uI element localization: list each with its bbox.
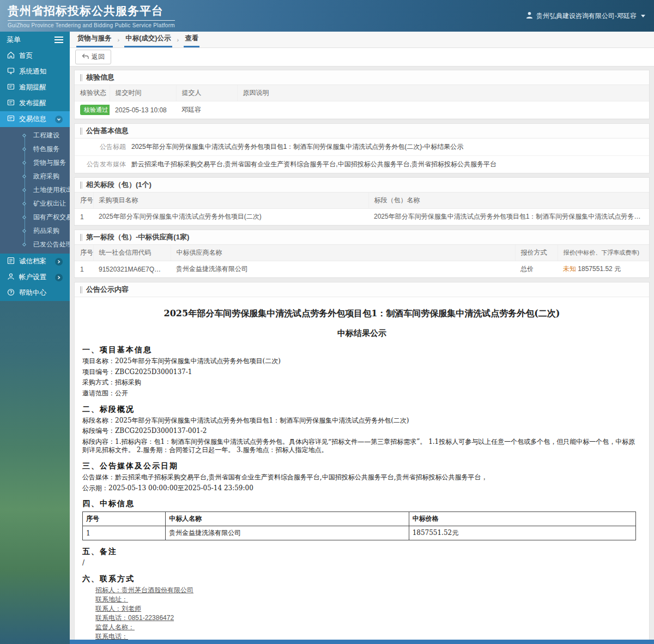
sidebar-background-image — [0, 301, 70, 644]
breadcrumb-view[interactable]: 查看 — [184, 31, 199, 47]
panel-area: 核验信息 核验状态 提交时间 提交人 原因说明 核验通过 — [70, 67, 654, 644]
table-row: 核验通过 2025-05-13 10:08 邓廷容 — [75, 101, 649, 119]
sidebar-item-overdue-reminder[interactable]: 逾期提醒 — [0, 80, 70, 95]
sidebar-item-home[interactable]: 首页 — [0, 48, 70, 64]
price-prefix: 未知 — [563, 265, 576, 273]
sidebar-item-label: 交易信息 — [19, 115, 46, 124]
field-label: 公告发布媒体 — [75, 156, 130, 173]
back-icon — [82, 53, 89, 61]
diamond-bullet-icon — [22, 174, 26, 178]
sidebar-submenu: 工程建设 特色服务 货物与服务 政府采购 土地使用权出让 矿业权出让 国有产权交… — [0, 127, 70, 254]
table-row: 1 贵州金益捷洗涤有限公司 1857551.52元 — [83, 526, 636, 540]
diamond-bullet-icon — [22, 147, 26, 151]
tenderer-phone-line: 联系电话：0851-22386472 — [95, 614, 641, 622]
invite-scope-line: 邀请范围：公开 — [82, 389, 641, 398]
doc-section-2-heading: 二、标段概况 — [82, 405, 641, 414]
doc-section-5-heading: 五、备注 — [82, 547, 641, 557]
sidebar-item-drug-procurement[interactable]: 药品采购 — [0, 224, 70, 238]
sidebar-item-label: 发布提醒 — [19, 99, 46, 108]
back-button[interactable]: 返回 — [75, 50, 111, 64]
announcement-document: 2025年部分车间劳保服集中清洗试点劳务外包项目包1：制酒车间劳保服集中清洗试点… — [75, 297, 649, 640]
table-row: 1 2025年部分车间劳保服集中清洗试点劳务外包项目(二次) 2025年部分车间… — [75, 209, 649, 225]
sidebar-item-publish-reminder[interactable]: 发布提醒 — [0, 95, 70, 111]
page-title: 贵州省招标投标公共服务平台 — [8, 3, 175, 21]
sidebar-item-label: 帐户设置 — [19, 273, 46, 282]
submit-time: 2025-05-13 10:08 — [110, 101, 176, 119]
document-title: 2025年部分车间劳保服集中清洗试点劳务外包项目包1：制酒车间劳保服集中清洗试点… — [99, 307, 625, 320]
supplier-name: 贵州金益捷洗涤有限公司 — [171, 261, 515, 278]
project-name: 2025年部分车间劳保服集中清洗试点劳务外包项目(二次) — [93, 209, 368, 225]
sidebar-item-help-center[interactable]: 帮助中心 — [0, 285, 70, 301]
hamburger-icon[interactable] — [55, 37, 63, 43]
breadcrumb-goods-services[interactable]: 货物与服务 — [76, 31, 113, 47]
user-icon — [7, 273, 15, 282]
sidebar-item-transaction-info[interactable]: 交易信息 — [0, 111, 70, 127]
winner-price: 1857551.52元 — [409, 526, 635, 540]
diamond-bullet-icon — [22, 188, 26, 192]
breadcrumb-award-publicity[interactable]: 中标(成交)公示 — [124, 31, 172, 47]
sidebar-item-integrity-archive[interactable]: 诚信档案 — [0, 254, 70, 269]
doc-section-1-heading: 一、项目基本信息 — [82, 345, 641, 355]
sidebar-item-government-procurement[interactable]: 政府采购 — [0, 170, 70, 183]
folder-icon — [7, 83, 15, 92]
announcement-panel-title: 公告基本信息 — [75, 124, 649, 139]
folder-icon — [7, 99, 15, 108]
remark-line: / — [82, 559, 641, 568]
sidebar-item-engineering[interactable]: 工程建设 — [0, 129, 70, 142]
table-header-row: 序号 采购项目名称 标段（包）名称 — [75, 192, 649, 209]
user-name: 贵州弘典建设咨询有限公司-邓廷容 — [536, 11, 637, 21]
document-subtitle: 中标结果公示 — [82, 328, 641, 339]
related-sections-panel: 相关标段（包）(1个) 序号 采购项目名称 标段（包）名称 1 — [74, 177, 650, 226]
announcement-info-panel: 公告基本信息 公告标题 2025年部分车间劳保服集中清洗试点劳务外包项目包1：制… — [74, 123, 650, 173]
sidebar-item-land-use-rights[interactable]: 土地使用权出让 — [0, 183, 70, 197]
doc-section-3-heading: 三、公告媒体及公示日期 — [82, 461, 641, 471]
diamond-bullet-icon — [22, 229, 26, 233]
sidebar-item-label: 系统通知 — [19, 67, 46, 76]
tenderer-contact-line: 联系人：刘老师 — [95, 605, 641, 613]
winner-panel-title: 第一标段（包）-中标供应商(1家) — [75, 230, 649, 245]
list-icon — [7, 257, 15, 266]
winner-supplier-panel: 第一标段（包）-中标供应商(1家) 序号 统一社会信用代码 中标供应商名称 报价… — [74, 230, 650, 278]
table-header-row: 核验状态 提交时间 提交人 原因说明 — [75, 85, 649, 101]
section-name: 2025年部分车间劳保服集中清洗试点劳务外包项目包1：制酒车间劳保服集中清洗试点… — [368, 209, 649, 225]
sidebar-item-state-owned-property[interactable]: 国有产权交易 — [0, 210, 70, 224]
sidebar-item-mining-rights[interactable]: 矿业权出让 — [0, 197, 70, 210]
sidebar: 菜单 首页 系统通知 逾期提醒 — [0, 32, 70, 644]
diamond-bullet-icon — [22, 215, 26, 219]
project-code-line: 项目编号：ZBCG2025D3000137-1 — [82, 368, 641, 377]
user-menu[interactable]: 贵州弘典建设咨询有限公司-邓廷容 — [526, 11, 645, 21]
sidebar-item-goods-services[interactable]: 货物与服务 — [0, 156, 70, 170]
sidebar-item-account-settings[interactable]: 帐户设置 — [0, 269, 70, 285]
supervisor-phone-line: 联系电话： — [95, 633, 641, 640]
announcement-title-row: 公告标题 2025年部分车间劳保服集中清洗试点劳务外包项目包1：制酒车间劳保服集… — [75, 139, 649, 156]
sidebar-item-label: 逾期提醒 — [19, 83, 46, 92]
help-icon — [7, 288, 15, 298]
folder-icon — [7, 115, 15, 124]
reason — [237, 101, 649, 119]
toolbar: 返回 — [70, 48, 654, 67]
section-marker — [80, 286, 82, 293]
tenderer-address-line: 联系地址： — [95, 595, 641, 604]
related-sections-table: 序号 采购项目名称 标段（包）名称 1 2025年部分车间劳保服集中清洗试点劳务… — [75, 192, 649, 225]
sidebar-item-published-announcements[interactable]: 已发公告处理 — [0, 238, 70, 251]
diamond-bullet-icon — [22, 243, 26, 246]
tenderer-line: 招标人：贵州茅台酒股份有限公司 — [95, 586, 641, 594]
sidebar-item-label: 首页 — [19, 51, 33, 61]
row-no: 1 — [75, 261, 93, 278]
sidebar-item-system-notice[interactable]: 系统通知 — [0, 64, 70, 80]
announcement-media-value: 黔云招采电子招标采购交易平台,贵州省国有企业生产资料综合服务平台,中国招投标公共… — [130, 156, 649, 173]
related-panel-title: 相关标段（包）(1个) — [75, 178, 649, 192]
monitor-icon — [7, 67, 15, 76]
home-icon — [7, 51, 15, 61]
contact-block: 招标人：贵州茅台酒股份有限公司 联系地址： 联系人：刘老师 联系电话：0851-… — [82, 586, 641, 640]
footer-strip — [70, 640, 654, 644]
section-marker — [80, 74, 82, 81]
credit-code: 91520321MA6E7QEP3T — [93, 261, 171, 278]
sidebar-item-featured-services[interactable]: 特色服务 — [0, 142, 70, 156]
menu-label: 菜单 — [7, 35, 21, 45]
publicity-period-line: 公示期：2025-05-13 00:00:00至2025-05-14 23:59… — [82, 484, 641, 493]
diamond-bullet-icon — [22, 202, 26, 206]
chevron-down-icon — [641, 15, 645, 17]
chevron-down-icon — [55, 116, 63, 123]
content-panel-title: 公告公示内容 — [75, 282, 649, 297]
